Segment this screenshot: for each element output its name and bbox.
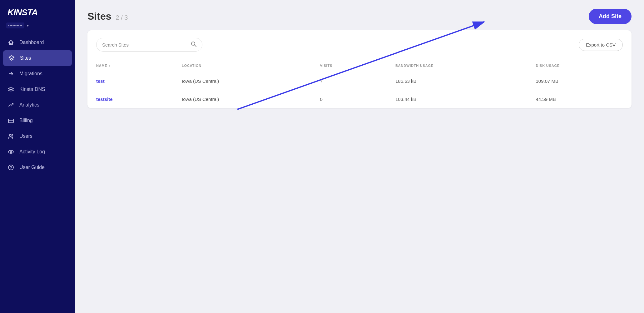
search-input[interactable] <box>102 42 188 47</box>
sidebar-item-billing[interactable]: Billing <box>0 113 75 128</box>
cell-location: Iowa (US Central) <box>173 90 311 108</box>
table-header-row: NAME ↑ LOCATION VISITS BANDWIDTH USAGE D… <box>87 59 632 72</box>
cell-bandwidth: 185.63 kB <box>387 72 527 90</box>
sidebar-item-user-guide[interactable]: ? User Guide <box>0 160 75 175</box>
svg-point-5 <box>10 151 12 153</box>
svg-line-11 <box>195 45 196 47</box>
account-selector[interactable]: •••••••••• ▾ <box>0 22 75 35</box>
dns-icon <box>7 86 14 93</box>
table-toolbar: Export to CSV <box>87 30 632 59</box>
sidebar-item-dashboard[interactable]: Dashboard <box>0 35 75 50</box>
export-csv-button[interactable]: Export to CSV <box>579 39 623 51</box>
svg-point-4 <box>8 150 13 153</box>
sidebar-item-analytics[interactable]: Analytics <box>0 97 75 113</box>
sidebar-item-label-migrations: Migrations <box>19 71 42 77</box>
cell-bandwidth: 103.44 kB <box>387 90 527 108</box>
cell-name: test <box>87 72 173 90</box>
search-wrapper <box>96 38 202 52</box>
cell-disk: 44.59 MB <box>527 90 632 108</box>
sidebar: KINSTA •••••••••• ▾ Dashboard Sites Migr… <box>0 0 75 313</box>
cell-disk: 109.07 MB <box>527 72 632 90</box>
cell-location: Iowa (US Central) <box>173 72 311 90</box>
sidebar-item-label-sites: Sites <box>20 55 31 61</box>
users-icon <box>7 133 14 140</box>
sidebar-item-label-dashboard: Dashboard <box>19 40 44 45</box>
col-visits: VISITS <box>311 59 387 72</box>
sidebar-item-label-analytics: Analytics <box>19 102 39 108</box>
chevron-down-icon: ▾ <box>27 23 29 28</box>
svg-text:?: ? <box>10 166 12 170</box>
cell-name: testsite <box>87 90 173 108</box>
main-content: Sites 2 / 3 Add Site Export to CSV NAME … <box>75 0 644 313</box>
sidebar-item-label-billing: Billing <box>19 118 33 123</box>
analytics-icon <box>7 102 14 108</box>
page-title: Sites <box>87 11 111 22</box>
account-name: •••••••••• <box>6 22 24 28</box>
svg-point-3 <box>9 134 11 136</box>
site-link[interactable]: testsite <box>96 97 113 102</box>
eye-icon <box>7 148 14 155</box>
sidebar-item-migrations[interactable]: Migrations <box>0 66 75 82</box>
table-header: NAME ↑ LOCATION VISITS BANDWIDTH USAGE D… <box>87 59 632 72</box>
page-count: 2 / 3 <box>116 14 128 21</box>
nav-list: Dashboard Sites Migrations Kinsta DNS <box>0 35 75 175</box>
sidebar-item-users[interactable]: Users <box>0 128 75 144</box>
cell-visits: 7 <box>311 72 387 90</box>
sidebar-item-label-users: Users <box>19 133 32 139</box>
sidebar-item-label-user-guide: User Guide <box>19 165 45 170</box>
table-body: test Iowa (US Central) 7 185.63 kB 109.0… <box>87 72 632 108</box>
sidebar-item-kinsta-dns[interactable]: Kinsta DNS <box>0 82 75 97</box>
col-bandwidth: BANDWIDTH USAGE <box>387 59 527 72</box>
sites-table-card: Export to CSV NAME ↑ LOCATION VISITS BAN… <box>87 30 632 108</box>
sites-table: NAME ↑ LOCATION VISITS BANDWIDTH USAGE D… <box>87 59 632 108</box>
search-icon <box>191 41 196 48</box>
billing-icon <box>7 117 14 124</box>
layers-icon <box>8 55 15 62</box>
svg-rect-1 <box>8 119 13 123</box>
sidebar-logo: KINSTA <box>0 0 75 22</box>
add-site-button[interactable]: Add Site <box>589 9 632 24</box>
help-icon: ? <box>7 164 14 171</box>
site-link[interactable]: test <box>96 78 105 84</box>
sidebar-item-activity-log[interactable]: Activity Log <box>0 144 75 160</box>
sidebar-item-label-activity-log: Activity Log <box>19 149 45 155</box>
table-row: testsite Iowa (US Central) 0 103.44 kB 4… <box>87 90 632 108</box>
title-group: Sites 2 / 3 <box>87 11 128 22</box>
migrations-icon <box>7 70 14 77</box>
home-icon <box>7 39 14 46</box>
sidebar-item-sites[interactable]: Sites <box>3 50 72 66</box>
brand-logo: KINSTA <box>7 7 37 17</box>
col-location: LOCATION <box>173 59 311 72</box>
sidebar-item-label-kinsta-dns: Kinsta DNS <box>19 87 45 92</box>
svg-marker-0 <box>9 56 14 59</box>
page-header: Sites 2 / 3 Add Site <box>75 0 644 30</box>
col-name[interactable]: NAME ↑ <box>87 59 173 72</box>
cell-visits: 0 <box>311 90 387 108</box>
col-disk: DISK USAGE <box>527 59 632 72</box>
table-row: test Iowa (US Central) 7 185.63 kB 109.0… <box>87 72 632 90</box>
